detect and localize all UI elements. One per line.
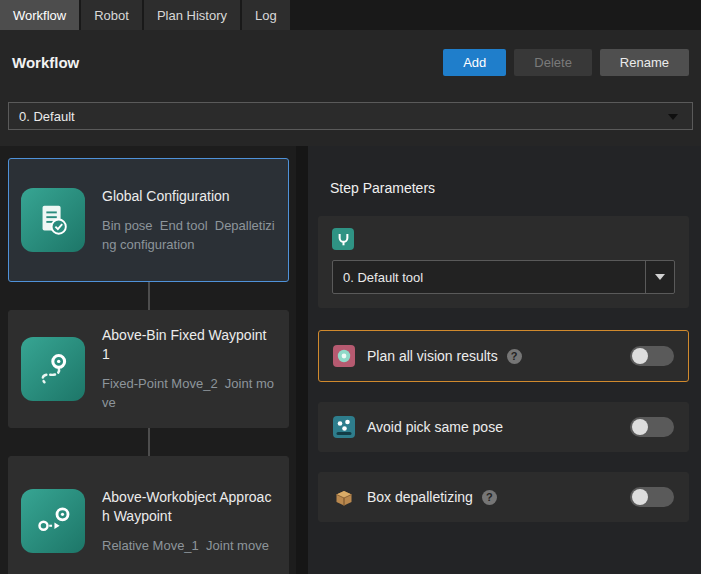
step-title: Global Configuration [102, 187, 276, 206]
workflow-editor-window: Workflow Robot Plan History Log Workflow… [0, 0, 701, 574]
rename-button[interactable]: Rename [600, 49, 689, 76]
main-area: Global Configuration Bin pose End tool D… [0, 146, 701, 574]
workflow-toolbar: Workflow Add Delete Rename [0, 42, 701, 82]
delete-button[interactable]: Delete [514, 49, 592, 76]
help-icon[interactable]: ? [482, 490, 497, 505]
tab-robot[interactable]: Robot [81, 0, 144, 30]
param-row-plan-all-vision-results: Plan all vision results ? [318, 330, 689, 382]
step-card-above-bin-waypoint[interactable]: Above-Bin Fixed Waypoint 1 Fixed-Point M… [8, 310, 289, 428]
tool-dropdown[interactable]: 0. Default tool [332, 260, 675, 294]
end-tool-icon [332, 228, 354, 250]
panel-divider[interactable] [296, 146, 308, 574]
global-configuration-icon [21, 188, 85, 252]
step-parameters-panel: Step Parameters 0. Default tool [308, 146, 701, 574]
page-title: Workflow [12, 54, 435, 71]
step-card-global-configuration[interactable]: Global Configuration Bin pose End tool D… [8, 158, 289, 282]
step-title: Above-Bin Fixed Waypoint 1 [102, 326, 276, 364]
help-icon[interactable]: ? [507, 349, 522, 364]
step-list-panel: Global Configuration Bin pose End tool D… [0, 146, 296, 574]
step-connector-line [148, 428, 150, 456]
approach-waypoint-icon [21, 489, 85, 553]
param-row-avoid-pick-same-pose: Avoid pick same pose [318, 402, 689, 452]
param-row-box-depalletizing: Box depalletizing ? [318, 472, 689, 522]
toggle-knob [632, 419, 648, 435]
workflow-dropdown[interactable]: 0. Default [8, 102, 693, 130]
box-depalletizing-icon [333, 486, 355, 508]
step-subtitle: Relative Move_1 Joint move [102, 536, 276, 555]
step-subtitle: Fixed-Point Move_2 Joint move [102, 374, 276, 412]
toggle-label: Avoid pick same pose [367, 419, 503, 435]
plan-all-vision-results-toggle[interactable] [630, 346, 674, 366]
toggle-knob [632, 348, 648, 364]
tab-plan-history[interactable]: Plan History [144, 0, 242, 30]
step-parameters-title: Step Parameters [330, 180, 701, 196]
end-tool-group: 0. Default tool [318, 216, 689, 308]
chevron-down-icon [668, 114, 678, 120]
fixed-waypoint-icon [21, 337, 85, 401]
toggle-knob [632, 489, 648, 505]
toggle-label: Box depalletizing [367, 489, 473, 505]
step-title: Above-Workobject Approach Waypoint [102, 488, 276, 526]
avoid-pick-icon [333, 416, 355, 438]
top-tab-bar: Workflow Robot Plan History Log [0, 0, 701, 30]
tab-log[interactable]: Log [242, 0, 292, 30]
vision-results-icon [333, 345, 355, 367]
step-subtitle: Bin pose End tool Depalletizing configur… [102, 216, 276, 254]
toggle-label: Plan all vision results [367, 348, 498, 364]
add-button[interactable]: Add [443, 49, 506, 76]
box-depalletizing-toggle[interactable] [630, 487, 674, 507]
workflow-dropdown-value: 0. Default [19, 109, 75, 124]
step-connector-line [148, 282, 150, 310]
tab-workflow[interactable]: Workflow [0, 0, 81, 30]
chevron-down-icon [655, 274, 665, 280]
step-card-above-workobject-waypoint[interactable]: Above-Workobject Approach Waypoint Relat… [8, 456, 289, 574]
tool-dropdown-value: 0. Default tool [343, 270, 423, 285]
avoid-pick-same-pose-toggle[interactable] [630, 417, 674, 437]
